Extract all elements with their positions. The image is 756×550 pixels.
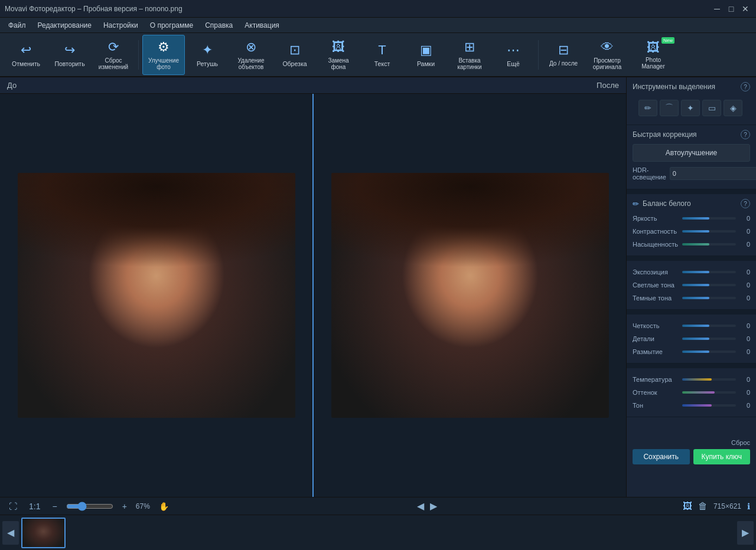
toolbar-sep-1 xyxy=(138,40,139,70)
more-button[interactable]: ⋯ Ещё xyxy=(492,35,535,75)
buy-button[interactable]: Купить ключ xyxy=(693,449,751,464)
slider-exposure-val: 0 xyxy=(738,269,750,276)
slider-hue-fill xyxy=(682,391,715,394)
slider-tone-label: Тон xyxy=(633,402,680,409)
slider-contrast-fill xyxy=(682,230,709,233)
slider-exposure-track[interactable] xyxy=(682,271,736,273)
slider-shadows-val: 0 xyxy=(738,294,750,302)
reset-button[interactable]: ⟳ Сброс изменений xyxy=(92,35,135,75)
slider-blur-track[interactable] xyxy=(682,351,736,353)
quick-correction-title: Быстрая коррекция xyxy=(633,130,697,139)
replace-bg-icon: 🖼 xyxy=(332,40,345,55)
save-buy-area: Сохранить Купить ключ xyxy=(627,449,756,469)
slider-contrast: Контрастность 0 xyxy=(633,225,750,238)
slider-saturation: Насыщенность 0 xyxy=(633,238,750,251)
zoom-1to1-button[interactable]: 1:1 xyxy=(26,500,43,512)
menu-help[interactable]: Справка xyxy=(199,19,239,31)
slider-highlights-track[interactable] xyxy=(682,284,736,286)
wb-header: ✏ Баланс белого ? xyxy=(633,199,750,208)
photo-manager-button[interactable]: New 🖼 Photo Manager xyxy=(630,35,677,75)
maximize-button[interactable]: □ xyxy=(725,3,737,15)
slider-sharpness-label: Четкость xyxy=(633,322,680,329)
slider-contrast-track[interactable] xyxy=(682,230,736,233)
slider-details-track[interactable] xyxy=(682,338,736,340)
slider-details-fill xyxy=(682,338,709,340)
menu-settings[interactable]: Настройки xyxy=(97,19,144,31)
zoom-out-button[interactable]: − xyxy=(49,500,60,512)
slider-tone-fill xyxy=(682,404,712,407)
next-image-button[interactable]: ▶ xyxy=(430,500,437,512)
crop-icon: ⊡ xyxy=(289,42,300,58)
before-after-button[interactable]: ⊟ До / после xyxy=(542,35,585,75)
save-button[interactable]: Сохранить xyxy=(633,449,690,464)
lasso-tool-button[interactable]: ⌒ xyxy=(660,100,679,116)
hdr-input[interactable] xyxy=(670,167,756,180)
retouch-button[interactable]: ✦ Ретушь xyxy=(186,35,229,75)
enhance-icon: ⚙ xyxy=(158,40,170,55)
slider-tone-val: 0 xyxy=(738,402,750,409)
quick-correction-section: Быстрая коррекция ? Автоулучшение HDR-ос… xyxy=(627,125,756,189)
menu-file[interactable]: Файл xyxy=(2,19,32,31)
zoom-slider[interactable] xyxy=(66,502,113,511)
panel-spacer xyxy=(627,417,756,435)
rect-select-button[interactable]: ▭ xyxy=(702,100,721,116)
magic-wand-button[interactable]: ✦ xyxy=(681,100,700,116)
minimize-button[interactable]: ─ xyxy=(711,3,723,15)
frames-button[interactable]: ▣ Рамки xyxy=(405,35,447,75)
slider-temperature-label: Температура xyxy=(633,376,680,383)
images-container xyxy=(0,94,626,497)
slider-temperature-track[interactable] xyxy=(682,378,736,381)
redo-icon: ↪ xyxy=(64,42,75,58)
slider-exposure-fill xyxy=(682,271,709,273)
menu-about[interactable]: О программе xyxy=(144,19,199,31)
slider-shadows-track[interactable] xyxy=(682,297,736,299)
slider-sharpness: Четкость 0 xyxy=(633,319,750,332)
menu-activation[interactable]: Активация xyxy=(239,19,285,31)
thumbnail-item[interactable] xyxy=(21,518,66,548)
quick-correction-help-button[interactable]: ? xyxy=(741,130,750,139)
slider-sharpness-track[interactable] xyxy=(682,325,736,327)
slider-saturation-track[interactable] xyxy=(682,243,736,245)
text-button[interactable]: T Текст xyxy=(361,35,403,75)
slider-shadows-label: Темные тона xyxy=(633,294,680,302)
brush-tool-button[interactable]: ✏ xyxy=(638,100,657,116)
slider-sharpness-fill xyxy=(682,325,709,327)
after-face-hair xyxy=(331,173,609,307)
slider-shadows-fill xyxy=(682,297,709,299)
slider-tone: Тон 0 xyxy=(633,399,750,412)
auto-enhance-button[interactable]: Автоулучшение xyxy=(633,144,750,162)
view-original-button[interactable]: 👁 Просмотр оригинала xyxy=(586,35,628,75)
selection-help-button[interactable]: ? xyxy=(741,82,750,91)
redo-button[interactable]: ↪ Повторить xyxy=(48,35,91,75)
slider-hue-label: Оттенок xyxy=(633,389,680,396)
photo-manager-icon: 🖼 xyxy=(647,40,660,55)
fit-screen-button[interactable]: ⛶ xyxy=(6,500,20,512)
undo-icon: ↩ xyxy=(21,42,31,58)
remove-objects-button[interactable]: ⊗ Удаление объектов xyxy=(230,35,272,75)
menubar: Файл Редактирование Настройки О программ… xyxy=(0,18,756,33)
slider-hue-track[interactable] xyxy=(682,391,736,394)
menu-edit[interactable]: Редактирование xyxy=(32,19,97,31)
wb-help-button[interactable]: ? xyxy=(741,199,750,208)
close-button[interactable]: ✕ xyxy=(739,3,751,15)
toolbar: ↩ Отменить ↪ Повторить ⟳ Сброс изменений… xyxy=(0,33,756,77)
hand-tool-button[interactable]: ✋ xyxy=(156,500,172,512)
image-size: 715×621 xyxy=(713,502,741,510)
slider-brightness-track[interactable] xyxy=(682,217,736,220)
undo-button[interactable]: ↩ Отменить xyxy=(5,35,47,75)
eraser-tool-button[interactable]: ◈ xyxy=(724,100,742,116)
info-icon[interactable]: ℹ xyxy=(747,502,750,511)
slider-brightness-fill xyxy=(682,217,709,220)
slider-highlights-label: Светлые тона xyxy=(633,281,680,289)
zoom-in-button[interactable]: + xyxy=(119,500,130,512)
after-image-panel xyxy=(314,94,626,497)
thumb-next-button[interactable]: ▶ xyxy=(737,521,754,545)
crop-button[interactable]: ⊡ Обрезка xyxy=(273,35,316,75)
replace-bg-button[interactable]: 🖼 Замена фона xyxy=(317,35,360,75)
prev-image-button[interactable]: ◀ xyxy=(417,500,424,512)
slider-tone-track[interactable] xyxy=(682,404,736,407)
enhance-button[interactable]: ⚙ Улучшение фото xyxy=(142,35,185,75)
insert-button[interactable]: ⊞ Вставка картинки xyxy=(448,35,491,75)
thumb-prev-button[interactable]: ◀ xyxy=(2,521,19,545)
slider-saturation-fill xyxy=(682,243,709,245)
